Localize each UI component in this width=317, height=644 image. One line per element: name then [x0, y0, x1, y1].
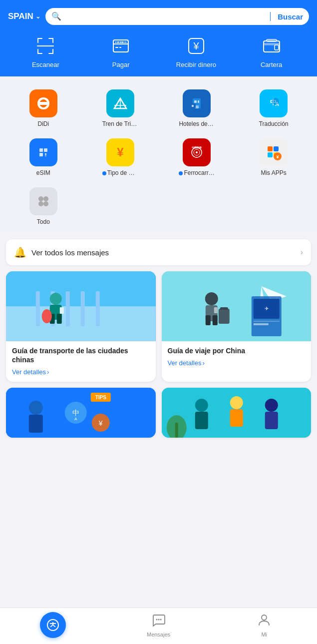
cards-bottom-section: TIPS 中 A ¥ [0, 388, 317, 438]
nav-label-mensajes: Mensajes [147, 632, 170, 638]
svg-text:¥: ¥ [277, 154, 279, 159]
nav-item-cartera[interactable]: Cartera [234, 34, 309, 68]
card-viaje[interactable]: ✈ Guía de viaje por China Ver detalles [162, 271, 312, 382]
hoteles-icon [183, 89, 211, 117]
nav-item-pagar[interactable]: Pagar [83, 34, 159, 68]
app-item-todo[interactable]: Todo [5, 184, 82, 228]
app-label-didi: DiDi [38, 120, 49, 127]
bell-icon: 🔔 [14, 246, 26, 258]
svg-rect-77 [162, 271, 312, 341]
region-selector[interactable]: SPAIN ⌄ [8, 11, 40, 21]
svg-rect-69 [81, 291, 85, 326]
app-label-todo: Todo [37, 218, 50, 225]
card-viaje-link[interactable]: Ver detalles › [168, 359, 306, 367]
svg-rect-42 [37, 146, 49, 158]
svg-rect-74 [57, 314, 62, 324]
nav-label-cartera: Cartera [261, 61, 282, 68]
svg-rect-37 [192, 105, 194, 107]
nav-label-mi: Mi [261, 632, 267, 638]
svg-rect-44 [44, 148, 47, 152]
app-item-esim[interactable]: eSIM [5, 135, 82, 179]
svg-rect-47 [45, 155, 46, 156]
svg-rect-35 [198, 100, 199, 103]
tripair-icon [106, 89, 134, 117]
svg-rect-34 [194, 100, 197, 103]
bottom-nav-mi[interactable]: Mi [211, 613, 317, 638]
svg-rect-8 [37, 45, 54, 46]
card-transport-link[interactable]: Ver detalles › [12, 368, 150, 376]
bottom-nav-alipay[interactable] [0, 612, 106, 638]
svg-text:中国铁路: 中国铁路 [192, 146, 202, 149]
app-label-misapps: Mis APPs [261, 169, 286, 176]
app-item-traduccion[interactable]: 中 A Traducción [235, 86, 312, 130]
header: SPAIN ⌄ 🔍 Buscar [0, 0, 317, 76]
nav-icons: Escanear [8, 34, 309, 76]
svg-rect-1 [37, 38, 38, 43]
app-item-tripair[interactable]: Tren de TripAir [82, 86, 159, 130]
messages-banner[interactable]: 🔔 Ver todos los mensajes › [6, 239, 311, 265]
svg-point-110 [158, 619, 159, 620]
svg-rect-5 [37, 49, 38, 54]
svg-text:¥: ¥ [98, 419, 103, 427]
svg-rect-12 [119, 47, 121, 48]
app-item-ferrocarril[interactable]: 中国铁路 Ferrocarril... [159, 135, 236, 179]
cards-section: Guía de transporte de las ciudades china… [0, 271, 317, 382]
svg-rect-81 [253, 323, 268, 325]
card-transport-title: Guía de transporte de las ciudades china… [12, 346, 150, 364]
card-tips-image: TIPS 中 A ¥ [6, 388, 156, 438]
app-item-didi[interactable]: DiDi [5, 86, 82, 130]
svg-rect-104 [230, 409, 243, 427]
bottom-nav-mensajes[interactable]: Mensajes [106, 613, 212, 638]
svg-rect-88 [220, 307, 228, 310]
app-label-tipocam: Tipo de Cam... [102, 169, 138, 176]
search-icon: 🔍 [51, 12, 61, 20]
nav-item-escanear[interactable]: Escanear [8, 34, 83, 68]
card-viaje-image: ✈ [162, 271, 312, 341]
card-transport[interactable]: Guía de transporte de las ciudades china… [6, 271, 156, 382]
svg-rect-87 [218, 309, 229, 324]
svg-point-76 [42, 309, 52, 323]
search-bar[interactable]: 🔍 Buscar [45, 8, 309, 25]
svg-rect-46 [45, 153, 46, 155]
card-extra[interactable] [162, 388, 312, 438]
didi-icon [29, 89, 57, 117]
card-tips[interactable]: TIPS 中 A ¥ [6, 388, 156, 438]
app-item-hoteles[interactable]: Hoteles de Trip [159, 86, 236, 130]
svg-rect-66 [36, 291, 40, 326]
nav-item-recibir[interactable]: ¥ Recibir dinero [159, 34, 234, 68]
header-top: SPAIN ⌄ 🔍 Buscar [8, 8, 309, 25]
svg-point-109 [156, 619, 157, 620]
svg-point-101 [195, 399, 208, 412]
svg-point-61 [43, 196, 48, 201]
cartera-icon-box [260, 34, 284, 58]
chevron-right-icon: › [301, 248, 303, 257]
esim-icon [29, 138, 57, 166]
svg-rect-56 [268, 152, 273, 157]
svg-point-112 [262, 615, 267, 620]
card-transport-chevron: › [47, 368, 49, 376]
app-label-traduccion: Traducción [259, 120, 289, 127]
svg-rect-26 [275, 45, 279, 50]
svg-rect-54 [268, 146, 273, 151]
nav-label-pagar: Pagar [112, 61, 130, 68]
nav-label-escanear: Escanear [32, 61, 59, 68]
tipocam-icon: ¥ [106, 138, 134, 166]
card-viaje-chevron: › [202, 359, 204, 367]
card-extra-image [162, 388, 312, 438]
recibir-icon-box: ¥ [184, 34, 208, 58]
app-item-misapps[interactable]: ¥ Mis APPs [235, 135, 312, 179]
app-item-tipocam[interactable]: ¥ Tipo de Cam... [82, 135, 159, 179]
search-divider [270, 12, 271, 21]
chevron-down-icon: ⌄ [35, 13, 40, 20]
svg-point-62 [38, 201, 43, 206]
mi-icon [257, 613, 271, 630]
svg-rect-45 [39, 153, 43, 156]
svg-rect-3 [52, 38, 53, 43]
svg-rect-70 [96, 291, 100, 326]
svg-point-63 [43, 201, 48, 206]
card-viaje-body: Guía de viaje por China Ver detalles › [162, 341, 312, 373]
ferrocarril-icon: 中国铁路 [183, 138, 211, 166]
svg-point-41 [272, 98, 279, 105]
search-button[interactable]: Buscar [278, 12, 303, 21]
svg-point-71 [50, 293, 62, 305]
